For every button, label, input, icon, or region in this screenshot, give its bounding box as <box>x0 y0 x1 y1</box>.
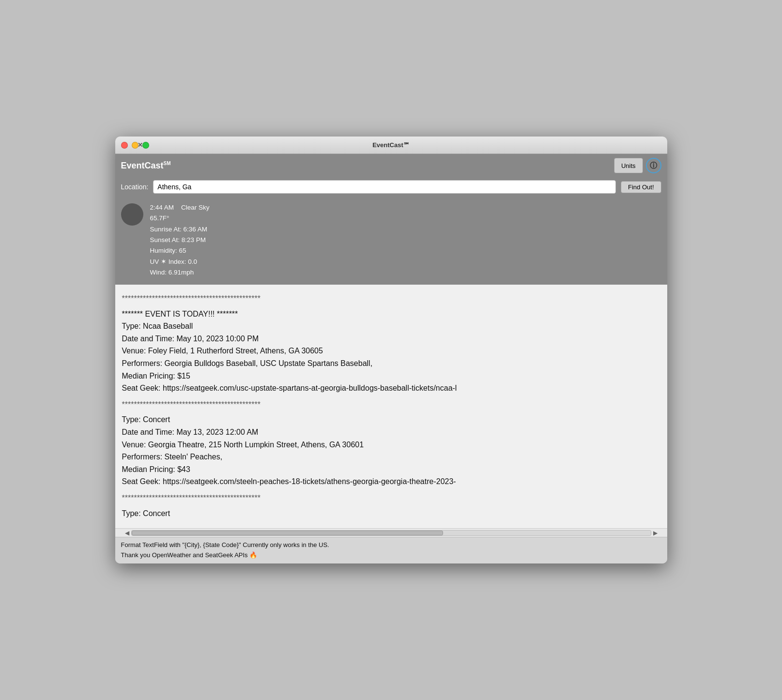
location-input[interactable] <box>153 180 616 194</box>
event-1-datetime: Date and Time: May 10, 2023 10:00 PM <box>122 333 660 345</box>
separator-3: ****************************************… <box>122 492 660 504</box>
event-2-pricing: Median Pricing: $43 <box>122 463 660 476</box>
event-1-performers: Performers: Georgia Bulldogs Baseball, U… <box>122 357 660 370</box>
title-bar: ✕ EventCast℠ <box>115 137 667 154</box>
find-out-button[interactable]: Find Out! <box>621 181 661 193</box>
separator-2: ****************************************… <box>122 398 660 411</box>
event-2-type: Type: Concert <box>122 413 660 426</box>
main-window: ✕ EventCast℠ EventCastSM Units ⓘ Locatio… <box>115 137 667 563</box>
hscroll-right-arrow[interactable]: ▶ <box>653 530 658 536</box>
event-today-banner: ******* EVENT IS TODAY!!! ******* <box>122 308 660 320</box>
hscroll-left-arrow[interactable]: ◀ <box>125 530 129 536</box>
event-1-venue: Venue: Foley Field, 1 Rutherford Street,… <box>122 345 660 357</box>
status-line-2: Thank you OpenWeather and SeatGeek APIs … <box>121 550 661 561</box>
separator-1: ****************************************… <box>122 292 660 305</box>
weather-wind: Wind: 6.91mph <box>150 267 210 278</box>
weather-sunset: Sunset At: 8:23 PM <box>150 235 210 245</box>
status-line-1: Format TextField with "{City}, {State Co… <box>121 540 661 550</box>
units-button[interactable]: Units <box>614 158 643 173</box>
event-3-type: Type: Concert <box>122 507 660 520</box>
event-2-seatgeek: Seat Geek: https://seatgeek.com/steeln-p… <box>122 475 660 488</box>
event-2: Type: Concert Date and Time: May 13, 202… <box>122 413 660 488</box>
close-button[interactable] <box>121 142 128 149</box>
location-label: Location: <box>121 183 149 191</box>
event-2-datetime: Date and Time: May 13, 2023 12:00 AM <box>122 426 660 439</box>
event-1-seatgeek: Seat Geek: https://seatgeek.com/usc-upst… <box>122 382 660 395</box>
event-1: Type: Ncaa Baseball Date and Time: May 1… <box>122 320 660 395</box>
status-bar: Format TextField with "{City}, {State Co… <box>115 537 667 563</box>
location-row: Location: Find Out! <box>115 177 667 198</box>
event-1-type: Type: Ncaa Baseball <box>122 320 660 333</box>
title-bar-title: EventCast℠ <box>372 141 410 149</box>
hscroll-track[interactable] <box>131 530 651 536</box>
horizontal-scrollbar[interactable]: ◀ ▶ <box>115 528 667 537</box>
weather-sunrise: Sunrise At: 6:36 AM <box>150 224 210 235</box>
weather-icon <box>121 203 143 226</box>
weather-panel: 2:44 AM Clear Sky 65.7F° Sunrise At: 6:3… <box>115 198 667 285</box>
header-buttons: Units ⓘ <box>614 158 661 173</box>
weather-humidity: Humidity: 65 <box>150 245 210 256</box>
event-3: Type: Concert <box>122 507 660 520</box>
content-area: ****************************************… <box>115 285 667 528</box>
weather-uv: UV ✶ Index: 0.0 <box>150 257 210 267</box>
event-2-performers: Performers: Steeln' Peaches, <box>122 451 660 463</box>
events-scroll-area[interactable]: ****************************************… <box>115 285 667 528</box>
title-bar-icon: ✕ <box>138 141 143 149</box>
hscroll-thumb[interactable] <box>132 531 443 535</box>
weather-info: 2:44 AM Clear Sky 65.7F° Sunrise At: 6:3… <box>150 202 210 278</box>
event-2-venue: Venue: Georgia Theatre, 215 North Lumpki… <box>122 439 660 451</box>
info-button[interactable]: ⓘ <box>646 158 661 173</box>
weather-temperature: 65.7F° <box>150 213 210 224</box>
event-1-pricing: Median Pricing: $15 <box>122 370 660 382</box>
maximize-button[interactable] <box>142 142 149 149</box>
app-header: EventCastSM Units ⓘ <box>115 154 667 177</box>
window-controls <box>121 142 149 149</box>
weather-time-condition: 2:44 AM Clear Sky <box>150 202 210 213</box>
app-name-label: EventCastSM <box>121 161 171 171</box>
